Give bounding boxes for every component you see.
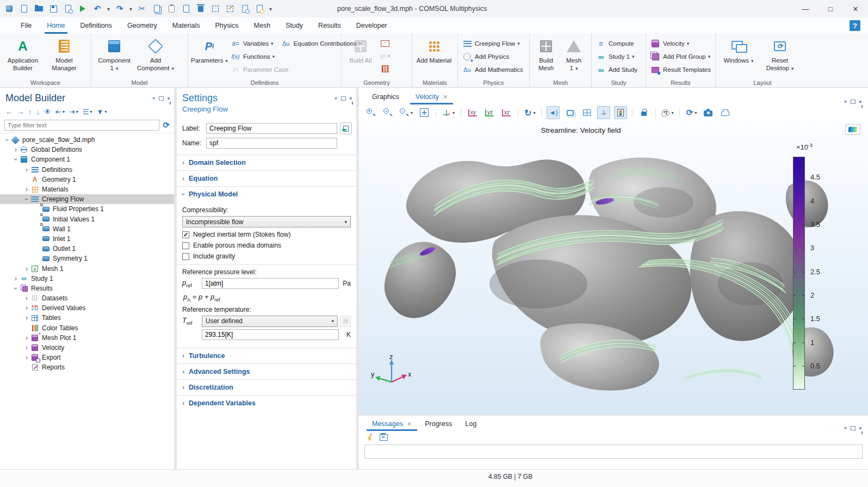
panel-menu-icon[interactable]: ▾ xyxy=(844,98,847,104)
tab-developer[interactable]: Developer xyxy=(349,17,395,34)
tree-item-mesh-plot-1[interactable]: Mesh Plot 1 xyxy=(0,333,174,343)
pin-panel-icon[interactable] xyxy=(168,97,170,100)
message-table-icon[interactable] xyxy=(380,434,388,441)
tree-item-root[interactable]: pore_scale_flow_3d.mph xyxy=(0,135,174,145)
build-all-button[interactable]: Build All xyxy=(344,36,377,78)
study-1-button[interactable]: ∞ Study 1 xyxy=(594,50,640,63)
rebuild-button[interactable]: ⇄ xyxy=(379,51,392,61)
tab-results[interactable]: Results xyxy=(311,17,349,34)
checkbox-icon[interactable] xyxy=(182,253,189,260)
refresh-icon[interactable]: ⟳ xyxy=(163,120,170,130)
rename-button[interactable] xyxy=(340,122,352,134)
tree-item-fluid-properties-1[interactable]: Fluid Properties 1 xyxy=(0,204,174,214)
cut-icon[interactable]: ✂ xyxy=(137,4,147,14)
show-icon[interactable]: 👁 xyxy=(44,108,51,116)
zoom-box-icon[interactable]: ▫ xyxy=(398,106,414,119)
select-box-icon[interactable] xyxy=(210,4,220,14)
section-advanced-settings[interactable]: Advanced Settings xyxy=(177,363,356,379)
pin-panel-icon[interactable] xyxy=(859,101,861,103)
tree-item-symmetry-1[interactable]: Symmetry 1 xyxy=(0,254,174,263)
duplicate-icon[interactable] xyxy=(181,4,191,14)
stokes-flow-checkbox-row[interactable]: Neglect inertial term (Stokes flow) xyxy=(182,231,351,238)
tree-item-mesh-1[interactable]: Mesh 1 xyxy=(0,263,174,273)
add-component-button[interactable]: Add Component xyxy=(135,36,176,78)
reference-pressure-input[interactable] xyxy=(202,278,339,289)
close-button[interactable]: ✕ xyxy=(843,0,868,17)
tree-item-results[interactable]: Results xyxy=(0,283,174,293)
back-icon[interactable]: ← xyxy=(5,108,13,116)
save-as-icon[interactable] xyxy=(63,4,73,14)
model-manager-button[interactable]: Model Manager xyxy=(44,36,85,78)
insert-sequence-button[interactable] xyxy=(379,38,392,49)
add-physics-button[interactable]: Add Physics xyxy=(460,50,525,63)
panel-menu-icon[interactable]: ▾ xyxy=(152,95,155,101)
graphics-canvas[interactable]: Streamline: Velocity field xyxy=(359,121,868,415)
chevron-down-icon[interactable] xyxy=(3,136,11,144)
tree-item-datasets[interactable]: Datasets xyxy=(0,293,174,303)
chevron-right-icon[interactable] xyxy=(23,314,30,322)
section-dependent-variables[interactable]: Dependent Variables xyxy=(177,395,356,411)
chevron-right-icon[interactable] xyxy=(23,265,30,273)
tab-mesh[interactable]: Mesh xyxy=(246,17,278,34)
tree-item-color-tables[interactable]: Color Tables xyxy=(0,323,174,333)
chevron-right-icon[interactable] xyxy=(23,166,30,174)
porous-media-checkbox-row[interactable]: Enable porous media domains xyxy=(182,242,351,249)
show-axis-orientation-icon[interactable] xyxy=(597,106,610,119)
panel-menu-icon[interactable]: ▾ xyxy=(334,95,337,101)
compressibility-select[interactable]: Incompressible flow xyxy=(182,216,351,227)
filter-icon[interactable]: ▼▾ xyxy=(97,108,107,116)
chevron-right-icon[interactable] xyxy=(12,146,20,153)
application-builder-button[interactable]: A Application Builder xyxy=(2,36,44,78)
redo-icon[interactable]: ↷ xyxy=(115,4,125,14)
show-grid-icon[interactable] xyxy=(580,106,593,119)
snapshot-icon[interactable] xyxy=(702,106,715,119)
view-xy-icon[interactable]: xy xyxy=(466,106,479,119)
scene-light-icon[interactable]: ◄) xyxy=(547,106,560,119)
rotate-icon[interactable]: ↻ xyxy=(523,106,536,119)
delete-icon[interactable] xyxy=(196,4,206,14)
color-theme-icon[interactable] xyxy=(661,106,674,119)
pin-panel-icon[interactable] xyxy=(859,427,861,429)
tree-item-global-definitions[interactable]: Global Definitions xyxy=(0,145,174,155)
tab-graphics[interactable]: Graphics xyxy=(365,90,406,104)
chevron-down-icon[interactable] xyxy=(23,195,30,203)
section-turbulence[interactable]: Turbulence xyxy=(177,348,356,363)
parameters-button[interactable]: Pi Parameters xyxy=(190,36,228,78)
view-xz-icon[interactable]: xz xyxy=(500,106,513,119)
float-panel-icon[interactable] xyxy=(851,100,855,104)
name-input[interactable] xyxy=(206,138,337,149)
windows-button[interactable]: Windows xyxy=(718,36,759,78)
result-templates-button[interactable]: Result Templates xyxy=(648,63,713,76)
forward-icon[interactable]: → xyxy=(17,108,24,116)
tab-geometry[interactable]: Geometry xyxy=(120,17,165,34)
update-plot-icon[interactable]: ⟳ xyxy=(685,106,698,119)
lock-view-icon[interactable] xyxy=(637,106,650,119)
tree-item-velocity[interactable]: Velocity xyxy=(0,343,174,353)
section-physical-model[interactable]: Physical Model xyxy=(177,186,356,202)
new-file-icon[interactable] xyxy=(19,4,29,14)
find-icon[interactable] xyxy=(240,4,250,14)
close-tab-icon[interactable]: ✕ xyxy=(407,421,412,427)
panel-menu-icon[interactable]: ▾ xyxy=(844,425,847,431)
tree-filter-input[interactable] xyxy=(4,120,159,131)
transparency-icon[interactable] xyxy=(563,106,576,119)
tree-item-component-1[interactable]: Component 1 xyxy=(0,155,174,164)
creeping-flow-ribbon-button[interactable]: Creeping Flow xyxy=(460,37,525,50)
clear-selection-icon[interactable] xyxy=(225,4,235,14)
undo-icon[interactable]: ↶ xyxy=(92,4,102,14)
messages-output[interactable] xyxy=(364,445,863,459)
checkbox-icon[interactable] xyxy=(182,242,189,249)
go-to-default-view-icon[interactable] xyxy=(441,106,456,119)
chevron-down-icon[interactable] xyxy=(12,156,20,163)
close-tab-icon[interactable]: ✕ xyxy=(443,94,448,100)
build-mesh-button[interactable]: Build Mesh xyxy=(532,36,560,78)
zoom-extents-icon[interactable]: ✛ xyxy=(418,106,431,119)
component-1-button[interactable]: Component 1 xyxy=(94,36,135,78)
include-gravity-checkbox-row[interactable]: Include gravity xyxy=(182,252,351,260)
tab-messages[interactable]: Messages✕ xyxy=(365,418,418,431)
tree-item-initial-values-1[interactable]: Initial Values 1 xyxy=(0,214,174,224)
chevron-right-icon[interactable] xyxy=(23,354,30,361)
tree-item-tables[interactable]: Tables xyxy=(0,313,174,323)
add-material-button[interactable]: Add Material xyxy=(414,36,454,78)
chevron-down-icon[interactable] xyxy=(12,285,20,292)
